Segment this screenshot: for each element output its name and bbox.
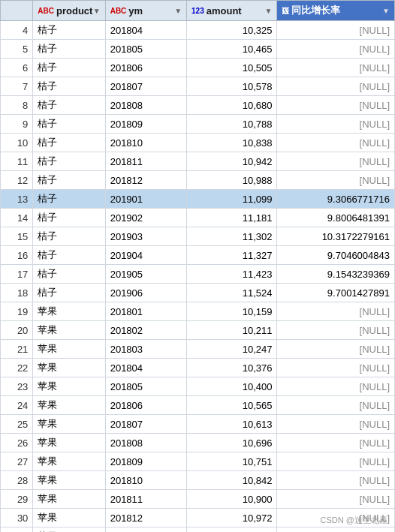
cell-rownum: 8 — [1, 96, 33, 115]
cell-rownum: 27 — [1, 452, 33, 471]
table-row[interactable]: 16 桔子 201904 11,327 9.7046004843 — [1, 246, 395, 265]
cell-product: 桔子 — [33, 190, 105, 209]
cell-rownum: 16 — [1, 246, 33, 265]
table-row[interactable]: 10 桔子 201810 10,838 [NULL] — [1, 134, 395, 152]
cell-ym: 201901 — [105, 527, 186, 533]
cell-product: 桔子 — [33, 77, 105, 96]
cell-rownum: 14 — [1, 209, 33, 227]
cell-amount: 11,423 — [187, 265, 277, 284]
ym-sort-icon[interactable]: ▼ — [174, 7, 182, 15]
cell-product: 桔子 — [33, 265, 105, 284]
cell-product: 苹果 — [33, 490, 105, 509]
header-row: ABC product ▼ ABC ym ▼ — [1, 1, 395, 21]
cell-growth: 9.3066771716 — [277, 190, 395, 209]
cell-product: 桔子 — [33, 227, 105, 246]
cell-product: 桔子 — [33, 284, 105, 302]
cell-rownum: 20 — [1, 321, 33, 340]
cell-product: 苹果 — [33, 321, 105, 340]
cell-product: 苹果 — [33, 377, 105, 396]
table-row[interactable]: 19 苹果 201801 10,159 [NULL] — [1, 302, 395, 321]
table-row[interactable]: 18 桔子 201906 11,524 9.7001427891 — [1, 284, 395, 302]
table-row[interactable]: 6 桔子 201806 10,505 [NULL] — [1, 59, 395, 77]
cell-ym: 201808 — [105, 96, 186, 115]
table-row[interactable]: 4 桔子 201804 10,325 [NULL] — [1, 21, 395, 40]
growth-sort-icon[interactable]: ▼ — [382, 7, 390, 15]
cell-ym: 201804 — [105, 21, 186, 40]
table-row[interactable]: 5 桔子 201805 10,465 [NULL] — [1, 40, 395, 59]
cell-growth: [NULL] — [277, 359, 395, 377]
cell-amount: 10,751 — [187, 452, 277, 471]
cell-rownum: 9 — [1, 115, 33, 134]
table-row[interactable]: 21 苹果 201803 10,247 [NULL] — [1, 340, 395, 359]
table-row[interactable]: 22 苹果 201804 10,376 [NULL] — [1, 359, 395, 377]
cell-rownum: 7 — [1, 77, 33, 96]
growth-type-badge: 🖼 — [282, 7, 289, 15]
cell-growth: [NULL] — [277, 134, 395, 152]
cell-growth: 9.8006481391 — [277, 209, 395, 227]
th-amount[interactable]: 123 amount ▼ — [187, 1, 277, 21]
table-row[interactable]: 25 苹果 201807 10,613 [NULL] — [1, 415, 395, 434]
cell-product: 桔子 — [33, 152, 105, 171]
cell-product: 苹果 — [33, 527, 105, 533]
table-row[interactable]: 15 桔子 201903 11,302 10.3172279161 — [1, 227, 395, 246]
growth-header-label: 同比增长率 — [291, 4, 340, 17]
cell-rownum: 13 — [1, 190, 33, 209]
cell-product: 桔子 — [33, 21, 105, 40]
product-type-badge: ABC — [38, 7, 54, 15]
cell-amount: 10,565 — [187, 396, 277, 415]
table-row[interactable]: 26 苹果 201808 10,696 [NULL] — [1, 434, 395, 452]
table-row[interactable]: 9 桔子 201809 10,788 [NULL] — [1, 115, 395, 134]
cell-ym: 201903 — [105, 227, 186, 246]
cell-amount: 10,942 — [187, 152, 277, 171]
cell-product: 苹果 — [33, 302, 105, 321]
cell-ym: 201902 — [105, 209, 186, 227]
cell-growth: [NULL] — [277, 96, 395, 115]
table-row[interactable]: 12 桔子 201812 10,988 [NULL] — [1, 171, 395, 190]
table-row[interactable]: 13 桔子 201901 11,099 9.3066771716 — [1, 190, 395, 209]
cell-ym: 201807 — [105, 415, 186, 434]
th-product[interactable]: ABC product ▼ — [33, 1, 105, 21]
table-row[interactable]: 20 苹果 201802 10,211 [NULL] — [1, 321, 395, 340]
cell-growth: [NULL] — [277, 396, 395, 415]
cell-amount: 10,613 — [187, 415, 277, 434]
table-row[interactable]: 23 苹果 201805 10,400 [NULL] — [1, 377, 395, 396]
cell-product: 苹果 — [33, 434, 105, 452]
table-row[interactable]: 11 桔子 201811 10,942 [NULL] — [1, 152, 395, 171]
cell-growth: 9.1543239369 — [277, 265, 395, 284]
cell-amount: 10,972 — [187, 509, 277, 527]
table-row[interactable]: 24 苹果 201806 10,565 [NULL] — [1, 396, 395, 415]
table-row[interactable]: 17 桔子 201905 11,423 9.1543239369 — [1, 265, 395, 284]
cell-rownum: 28 — [1, 471, 33, 490]
cell-product: 桔子 — [33, 40, 105, 59]
cell-ym: 201809 — [105, 452, 186, 471]
cell-product: 苹果 — [33, 359, 105, 377]
cell-growth: [NULL] — [277, 452, 395, 471]
cell-amount: 10,838 — [187, 134, 277, 152]
table-row[interactable]: 31 苹果 201901 11,155 9.8041145782 — [1, 527, 395, 533]
amount-header-label: amount — [207, 5, 242, 17]
cell-rownum: 17 — [1, 265, 33, 284]
cell-ym: 201805 — [105, 40, 186, 59]
table-row[interactable]: 8 桔子 201808 10,680 [NULL] — [1, 96, 395, 115]
cell-growth: [NULL] — [277, 302, 395, 321]
amount-sort-icon[interactable]: ▼ — [265, 7, 273, 15]
cell-amount: 10,900 — [187, 490, 277, 509]
cell-amount: 10,400 — [187, 377, 277, 396]
cell-growth: [NULL] — [277, 77, 395, 96]
cell-growth: 9.7046004843 — [277, 246, 395, 265]
cell-growth: 9.8041145782 — [277, 527, 395, 533]
product-sort-icon[interactable]: ▼ — [93, 7, 101, 15]
th-growth[interactable]: 🖼 同比增长率 ▼ — [277, 1, 395, 21]
table-row[interactable]: 7 桔子 201807 10,578 [NULL] — [1, 77, 395, 96]
cell-growth: [NULL] — [277, 490, 395, 509]
table-row[interactable]: 27 苹果 201809 10,751 [NULL] — [1, 452, 395, 471]
cell-amount: 10,578 — [187, 77, 277, 96]
cell-amount: 10,211 — [187, 321, 277, 340]
th-ym[interactable]: ABC ym ▼ — [105, 1, 186, 21]
cell-ym: 201808 — [105, 434, 186, 452]
table-row[interactable]: 28 苹果 201810 10,842 [NULL] — [1, 471, 395, 490]
cell-rownum: 12 — [1, 171, 33, 190]
amount-type-badge: 123 — [191, 7, 204, 15]
table-row[interactable]: 14 桔子 201902 11,181 9.8006481391 — [1, 209, 395, 227]
table-row[interactable]: 29 苹果 201811 10,900 [NULL] — [1, 490, 395, 509]
